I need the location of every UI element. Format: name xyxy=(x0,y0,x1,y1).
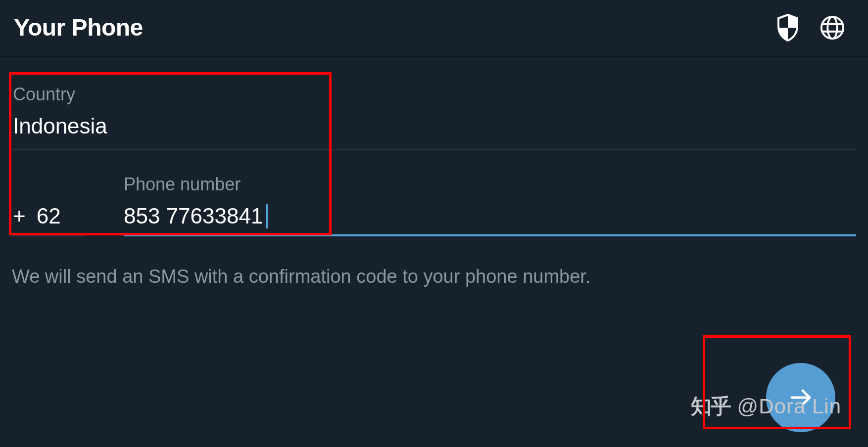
page-title: Your Phone xyxy=(14,14,143,41)
watermark-author: @Dora Lin xyxy=(737,395,841,418)
header-actions xyxy=(775,15,852,41)
content-area: Country Indonesia + 62 Phone number 853 … xyxy=(0,57,868,287)
phone-number-field[interactable]: Phone number 853 77633841 xyxy=(124,174,856,236)
svg-point-1 xyxy=(827,16,837,38)
language-icon[interactable] xyxy=(820,15,845,41)
svg-point-0 xyxy=(821,16,843,38)
info-text: We will send an SMS with a confirmation … xyxy=(12,236,856,287)
phone-field-row: + 62 Phone number 853 77633841 xyxy=(12,150,856,236)
phone-input-line: 853 77633841 xyxy=(124,204,856,236)
country-value: Indonesia xyxy=(13,114,856,150)
watermark: 知乎 @Dora Lin xyxy=(691,393,841,420)
phone-label: Phone number xyxy=(124,174,856,195)
text-cursor xyxy=(266,204,268,228)
country-code-input[interactable]: + 62 xyxy=(12,204,85,236)
watermark-zhihu: 知乎 xyxy=(691,393,730,420)
app-header: Your Phone xyxy=(0,0,868,57)
country-field[interactable]: Country Indonesia xyxy=(12,57,856,150)
phone-value: 853 77633841 xyxy=(124,204,263,228)
security-icon[interactable] xyxy=(775,15,801,41)
plus-prefix: + xyxy=(13,204,26,228)
country-label: Country xyxy=(13,84,856,105)
country-code-value: 62 xyxy=(37,204,61,228)
